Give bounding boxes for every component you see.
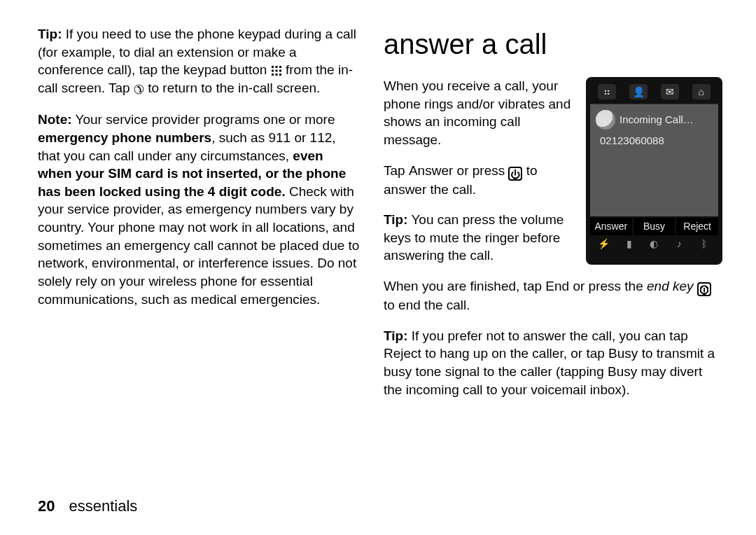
tip3-b: to hang up on the caller, or tap: [421, 346, 608, 361]
svg-rect-3: [272, 70, 274, 72]
note-b: emergency phone numbers: [38, 130, 211, 145]
manual-page: Tip: If you need to use the phone keypad…: [0, 0, 756, 535]
softkey-answer[interactable]: Answer: [590, 218, 632, 235]
contacts-icon: 👤: [629, 84, 648, 99]
end-key-icon: ⏼: [697, 282, 711, 296]
tap-b: or press: [453, 163, 508, 178]
right-top-row: When you receive a call, your phone ring…: [384, 77, 722, 277]
bluetooth-icon: ᛒ: [697, 238, 711, 251]
end-a: When you are finished, tap: [384, 279, 545, 293]
tip-keypad-paragraph: Tip: If you need to use the phone keypad…: [38, 25, 360, 98]
browser-icon: ⌂: [692, 84, 710, 99]
tap-a: Tap: [384, 163, 409, 178]
dialer-icon: ⠶: [598, 84, 616, 99]
profile-icon: ♪: [672, 238, 686, 251]
phone-status-bar: ⚡ ▮ ◐ ♪ ᛒ: [590, 235, 718, 252]
softkey-reject[interactable]: Reject: [676, 218, 718, 235]
section-name: essentials: [69, 497, 137, 515]
answer-soft-label: Answer: [409, 163, 453, 178]
svg-rect-5: [279, 70, 281, 72]
left-column: Tip: If you need to use the phone keypad…: [38, 25, 360, 411]
svg-rect-6: [272, 74, 274, 76]
svg-rect-7: [275, 74, 277, 76]
end-key-italic: end key: [647, 279, 694, 293]
softkey-busy[interactable]: Busy: [634, 218, 676, 235]
svg-rect-8: [279, 74, 281, 76]
tip-reject-paragraph: Tip: If you prefer not to answer the cal…: [384, 327, 722, 399]
end-soft-label: End: [545, 279, 569, 293]
clock-icon: ◐: [647, 238, 661, 251]
svg-rect-2: [279, 66, 281, 68]
right-intro-block: When you receive a call, your phone ring…: [384, 77, 573, 277]
caller-avatar-icon: ☺: [596, 110, 615, 130]
tip-text-c: to return to the in-call screen.: [144, 81, 320, 95]
keypad-icon: [271, 65, 282, 76]
end-b: or press the: [569, 279, 647, 293]
note-emergency-paragraph: Note: Your service provider programs one…: [38, 111, 360, 308]
phone-top-iconbar: ⠶ 👤 ✉ ⌂: [590, 81, 718, 104]
phone-body: ☺ Incoming Call… 02123060088: [590, 104, 718, 216]
page-footer: 20essentials: [38, 496, 137, 517]
tip3-a: If you prefer not to answer the call, yo…: [407, 328, 687, 343]
svg-rect-0: [272, 66, 274, 68]
reject-soft-label: Reject: [384, 346, 421, 361]
phone-screenshot: ⠶ 👤 ✉ ⌂ ☺ Incoming Call… 02123060088 Ans…: [586, 77, 722, 265]
busy-soft-label-2: Busy: [608, 364, 637, 379]
incoming-row: ☺ Incoming Call…: [596, 110, 713, 130]
svg-rect-4: [275, 70, 277, 72]
signal-icon: ▮: [622, 238, 636, 251]
tip-label: Tip:: [38, 27, 62, 41]
tip-mute-paragraph: Tip: You can press the volume keys to mu…: [384, 211, 573, 265]
page-number: 20: [38, 497, 55, 515]
tap-answer-paragraph: Tap Answer or press ⏻ to answer the call…: [384, 162, 573, 199]
section-title: answer a call: [384, 25, 722, 63]
end-c: to end the call.: [384, 298, 470, 312]
tip3-label: Tip:: [384, 328, 407, 343]
send-key-icon: ⏻: [508, 167, 522, 181]
phone-handset-icon: ✆: [134, 81, 144, 98]
note-a: Your service provider programs one or mo…: [72, 112, 335, 127]
busy-soft-label: Busy: [608, 346, 638, 361]
tip2-label: Tip:: [384, 212, 407, 227]
end-call-paragraph: When you are finished, tap End or press …: [384, 277, 722, 314]
tip2-text: You can press the volume keys to mute th…: [384, 212, 564, 263]
incoming-call-text: Incoming Call…: [620, 113, 713, 127]
two-column-layout: Tip: If you need to use the phone keypad…: [38, 25, 722, 411]
charging-icon: ⚡: [597, 238, 611, 251]
messages-icon: ✉: [661, 84, 679, 99]
svg-rect-1: [275, 66, 277, 68]
note-e: Check with your service provider, as eme…: [38, 184, 359, 307]
phone-softkeys: Answer Busy Reject: [590, 218, 718, 235]
intro-paragraph: When you receive a call, your phone ring…: [384, 77, 573, 149]
incoming-number: 02123060088: [596, 134, 713, 148]
right-column: answer a call When you receive a call, y…: [384, 25, 722, 411]
note-label: Note:: [38, 112, 72, 127]
